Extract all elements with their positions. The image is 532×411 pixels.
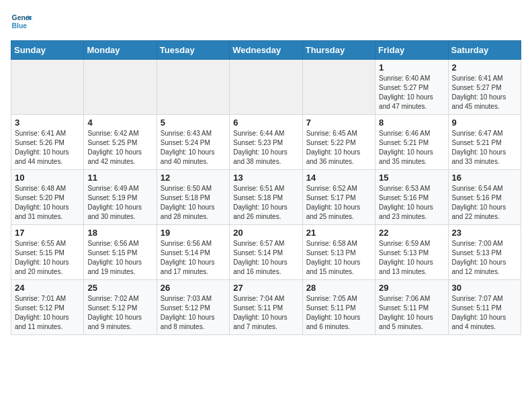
calendar-cell: 27Sunrise: 7:04 AM Sunset: 5:11 PM Dayli… xyxy=(230,280,302,335)
day-number: 20 xyxy=(233,228,298,238)
day-number: 27 xyxy=(233,283,298,293)
calendar-cell: 3Sunrise: 6:41 AM Sunset: 5:26 PM Daylig… xyxy=(11,115,84,170)
calendar-cell: 14Sunrise: 6:52 AM Sunset: 5:17 PM Dayli… xyxy=(302,170,375,225)
day-info: Sunrise: 6:49 AM Sunset: 5:19 PM Dayligh… xyxy=(87,184,152,222)
day-number: 23 xyxy=(452,228,517,238)
calendar-cell: 15Sunrise: 6:53 AM Sunset: 5:16 PM Dayli… xyxy=(375,170,448,225)
day-info: Sunrise: 6:57 AM Sunset: 5:14 PM Dayligh… xyxy=(233,239,298,277)
day-number: 12 xyxy=(161,173,226,183)
calendar-cell xyxy=(230,60,302,115)
calendar-cell: 9Sunrise: 6:47 AM Sunset: 5:21 PM Daylig… xyxy=(448,115,521,170)
day-number: 17 xyxy=(15,228,80,238)
weekday-header-thursday: Thursday xyxy=(302,41,375,60)
day-info: Sunrise: 6:50 AM Sunset: 5:18 PM Dayligh… xyxy=(161,184,226,222)
day-number: 11 xyxy=(87,173,152,183)
day-info: Sunrise: 6:58 AM Sunset: 5:13 PM Dayligh… xyxy=(306,239,371,277)
day-info: Sunrise: 6:46 AM Sunset: 5:21 PM Dayligh… xyxy=(379,129,444,167)
calendar-cell: 21Sunrise: 6:58 AM Sunset: 5:13 PM Dayli… xyxy=(302,225,375,280)
calendar-cell xyxy=(11,60,84,115)
day-info: Sunrise: 6:41 AM Sunset: 5:26 PM Dayligh… xyxy=(15,129,80,167)
day-number: 18 xyxy=(87,228,152,238)
day-info: Sunrise: 6:41 AM Sunset: 5:27 PM Dayligh… xyxy=(452,74,517,111)
calendar-cell: 13Sunrise: 6:51 AM Sunset: 5:18 PM Dayli… xyxy=(230,170,302,225)
day-number: 10 xyxy=(15,173,80,183)
calendar-cell: 16Sunrise: 6:54 AM Sunset: 5:16 PM Dayli… xyxy=(448,170,521,225)
day-number: 14 xyxy=(306,173,371,183)
day-number: 19 xyxy=(161,228,226,238)
day-number: 5 xyxy=(161,118,226,128)
weekday-header-friday: Friday xyxy=(375,41,448,60)
day-info: Sunrise: 6:56 AM Sunset: 5:14 PM Dayligh… xyxy=(161,239,226,277)
day-info: Sunrise: 7:06 AM Sunset: 5:11 PM Dayligh… xyxy=(379,294,444,332)
calendar-cell xyxy=(157,60,229,115)
day-info: Sunrise: 6:42 AM Sunset: 5:25 PM Dayligh… xyxy=(87,129,152,167)
day-info: Sunrise: 6:52 AM Sunset: 5:17 PM Dayligh… xyxy=(306,184,371,222)
logo: General Blue xyxy=(11,11,35,32)
day-number: 9 xyxy=(452,118,517,128)
day-number: 4 xyxy=(87,118,152,128)
day-number: 25 xyxy=(87,283,152,293)
calendar-cell: 30Sunrise: 7:07 AM Sunset: 5:11 PM Dayli… xyxy=(448,280,521,335)
day-info: Sunrise: 6:48 AM Sunset: 5:20 PM Dayligh… xyxy=(15,184,80,222)
calendar-cell: 10Sunrise: 6:48 AM Sunset: 5:20 PM Dayli… xyxy=(11,170,84,225)
day-number: 21 xyxy=(306,228,371,238)
day-info: Sunrise: 7:01 AM Sunset: 5:12 PM Dayligh… xyxy=(15,294,80,332)
day-info: Sunrise: 6:56 AM Sunset: 5:15 PM Dayligh… xyxy=(87,239,152,277)
day-number: 30 xyxy=(452,283,517,293)
day-info: Sunrise: 6:59 AM Sunset: 5:13 PM Dayligh… xyxy=(379,239,444,277)
calendar-cell: 19Sunrise: 6:56 AM Sunset: 5:14 PM Dayli… xyxy=(157,225,229,280)
calendar-cell: 28Sunrise: 7:05 AM Sunset: 5:11 PM Dayli… xyxy=(302,280,375,335)
day-info: Sunrise: 7:05 AM Sunset: 5:11 PM Dayligh… xyxy=(306,294,371,332)
calendar-cell: 12Sunrise: 6:50 AM Sunset: 5:18 PM Dayli… xyxy=(157,170,229,225)
weekday-header-saturday: Saturday xyxy=(448,41,521,60)
calendar-cell: 25Sunrise: 7:02 AM Sunset: 5:12 PM Dayli… xyxy=(84,280,157,335)
day-number: 29 xyxy=(379,283,444,293)
calendar-cell xyxy=(84,60,157,115)
day-number: 13 xyxy=(233,173,298,183)
day-info: Sunrise: 6:43 AM Sunset: 5:24 PM Dayligh… xyxy=(161,129,226,167)
day-number: 8 xyxy=(379,118,444,128)
calendar-cell: 7Sunrise: 6:45 AM Sunset: 5:22 PM Daylig… xyxy=(302,115,375,170)
day-info: Sunrise: 7:04 AM Sunset: 5:11 PM Dayligh… xyxy=(233,294,298,332)
day-number: 1 xyxy=(379,62,444,73)
calendar-cell: 20Sunrise: 6:57 AM Sunset: 5:14 PM Dayli… xyxy=(230,225,302,280)
calendar-cell: 11Sunrise: 6:49 AM Sunset: 5:19 PM Dayli… xyxy=(84,170,157,225)
day-info: Sunrise: 7:00 AM Sunset: 5:13 PM Dayligh… xyxy=(452,239,517,277)
day-info: Sunrise: 6:47 AM Sunset: 5:21 PM Dayligh… xyxy=(452,129,517,167)
day-number: 28 xyxy=(306,283,371,293)
day-info: Sunrise: 6:40 AM Sunset: 5:27 PM Dayligh… xyxy=(379,74,444,111)
weekday-header-wednesday: Wednesday xyxy=(230,41,302,60)
calendar-cell: 18Sunrise: 6:56 AM Sunset: 5:15 PM Dayli… xyxy=(84,225,157,280)
day-info: Sunrise: 7:07 AM Sunset: 5:11 PM Dayligh… xyxy=(452,294,517,332)
day-number: 24 xyxy=(15,283,80,293)
calendar-cell: 8Sunrise: 6:46 AM Sunset: 5:21 PM Daylig… xyxy=(375,115,448,170)
calendar-cell: 1Sunrise: 6:40 AM Sunset: 5:27 PM Daylig… xyxy=(375,60,448,115)
calendar-table: SundayMondayTuesdayWednesdayThursdayFrid… xyxy=(11,40,521,335)
calendar-cell xyxy=(302,60,375,115)
day-number: 16 xyxy=(452,173,517,183)
day-number: 26 xyxy=(161,283,226,293)
calendar-cell: 4Sunrise: 6:42 AM Sunset: 5:25 PM Daylig… xyxy=(84,115,157,170)
calendar-cell: 29Sunrise: 7:06 AM Sunset: 5:11 PM Dayli… xyxy=(375,280,448,335)
calendar-cell: 23Sunrise: 7:00 AM Sunset: 5:13 PM Dayli… xyxy=(448,225,521,280)
day-info: Sunrise: 6:54 AM Sunset: 5:16 PM Dayligh… xyxy=(452,184,517,222)
weekday-header-monday: Monday xyxy=(84,41,157,60)
svg-text:Blue: Blue xyxy=(12,22,28,30)
day-number: 3 xyxy=(15,118,80,128)
weekday-header-sunday: Sunday xyxy=(11,41,84,60)
day-info: Sunrise: 7:02 AM Sunset: 5:12 PM Dayligh… xyxy=(87,294,152,332)
day-number: 22 xyxy=(379,228,444,238)
calendar-cell: 2Sunrise: 6:41 AM Sunset: 5:27 PM Daylig… xyxy=(448,60,521,115)
calendar-cell: 22Sunrise: 6:59 AM Sunset: 5:13 PM Dayli… xyxy=(375,225,448,280)
day-info: Sunrise: 6:53 AM Sunset: 5:16 PM Dayligh… xyxy=(379,184,444,222)
day-info: Sunrise: 7:03 AM Sunset: 5:12 PM Dayligh… xyxy=(161,294,226,332)
calendar-cell: 26Sunrise: 7:03 AM Sunset: 5:12 PM Dayli… xyxy=(157,280,229,335)
day-number: 7 xyxy=(306,118,371,128)
calendar-cell: 17Sunrise: 6:55 AM Sunset: 5:15 PM Dayli… xyxy=(11,225,84,280)
day-info: Sunrise: 6:45 AM Sunset: 5:22 PM Dayligh… xyxy=(306,129,371,167)
weekday-header-tuesday: Tuesday xyxy=(157,41,229,60)
calendar-cell: 5Sunrise: 6:43 AM Sunset: 5:24 PM Daylig… xyxy=(157,115,229,170)
day-info: Sunrise: 6:44 AM Sunset: 5:23 PM Dayligh… xyxy=(233,129,298,167)
day-number: 2 xyxy=(452,62,517,73)
day-number: 15 xyxy=(379,173,444,183)
